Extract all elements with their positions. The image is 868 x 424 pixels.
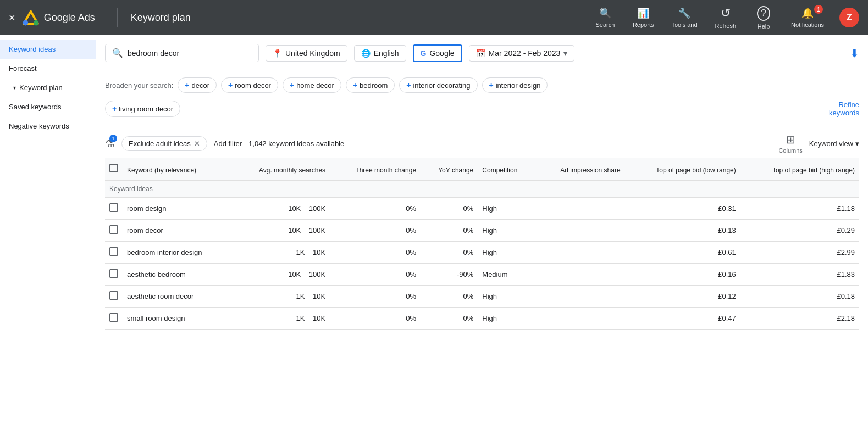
row-top-bid-low: £0.16 xyxy=(625,264,740,286)
tools-nav-button[interactable]: 🔧 Tools and xyxy=(665,4,704,31)
search-nav-button[interactable]: 🔍 Search xyxy=(589,4,622,31)
chip-plus-icon: + xyxy=(185,81,189,90)
refine-keywords-button[interactable]: Refine keywords xyxy=(829,101,859,117)
chip-plus-icon: + xyxy=(112,104,117,113)
columns-button[interactable]: ⊞ Columns xyxy=(778,133,802,154)
top-navigation: × Google Ads Keyword plan 🔍 Search 📊 Rep… xyxy=(0,0,868,35)
row-ad-impression: – xyxy=(535,242,624,264)
main-content: 🔍 📍 United Kingdom 🌐 English G Google 📅 … xyxy=(96,35,868,424)
columns-label: Columns xyxy=(778,147,802,154)
row-checkbox[interactable] xyxy=(109,313,118,322)
chip-home-decor[interactable]: + home decor xyxy=(283,77,341,93)
google-icon: G xyxy=(421,49,427,58)
th-yoy: YoY change xyxy=(421,158,478,180)
notifications-wrapper: 🔔 Notifications 1 xyxy=(784,4,831,31)
language-selector[interactable]: 🌐 English xyxy=(354,45,406,62)
help-nav-icon: ? xyxy=(757,6,770,21)
row-top-bid-low: £0.13 xyxy=(625,220,740,242)
exclude-adult-ideas-chip[interactable]: Exclude adult ideas ✕ xyxy=(121,136,207,151)
broaden-label: Broaden your search: xyxy=(105,81,173,90)
translate-icon: 🌐 xyxy=(361,49,371,58)
select-all-checkbox[interactable] xyxy=(109,164,118,172)
row-three-month: 0% xyxy=(330,198,421,220)
row-yoy: 0% xyxy=(421,220,478,242)
location-selector[interactable]: 📍 United Kingdom xyxy=(266,45,347,62)
columns-icon: ⊞ xyxy=(786,133,795,146)
sidebar-item-forecast[interactable]: Forecast xyxy=(0,59,96,78)
help-nav-button[interactable]: ? Help xyxy=(747,3,780,33)
sidebar-item-saved-keywords[interactable]: Saved keywords xyxy=(0,97,96,116)
row-checkbox-cell xyxy=(105,308,123,330)
keyword-view-button[interactable]: Keyword view ▾ xyxy=(809,140,859,148)
refresh-nav-button[interactable]: ↺ Refresh xyxy=(709,3,743,32)
filter-icon-wrap[interactable]: ⚗ 1 xyxy=(105,137,115,150)
bell-icon: 🔔 xyxy=(801,7,814,19)
chip-decor[interactable]: + decor xyxy=(178,77,217,93)
table-row: room decor 10K – 100K 0% 0% High – £0.13… xyxy=(105,220,859,242)
chip-interior-design[interactable]: + interior design xyxy=(482,77,548,93)
row-checkbox[interactable] xyxy=(109,203,118,212)
reports-nav-label: Reports xyxy=(633,21,654,28)
row-checkbox[interactable] xyxy=(109,225,118,234)
chip-row-2: + living room decor Refine keywords xyxy=(105,101,859,117)
broaden-search-row: Broaden your search: + decor + room deco… xyxy=(105,71,859,124)
nav-actions: 🔍 Search 📊 Reports 🔧 Tools and ↺ Refresh… xyxy=(589,3,859,33)
row-avg-monthly: 1K – 10K xyxy=(232,308,330,330)
chip-interior-decorating[interactable]: + interior decorating xyxy=(399,77,477,93)
date-range-label: Mar 2022 - Feb 2023 xyxy=(489,49,561,58)
main-layout: Keyword ideas Forecast ▾ Keyword plan Sa… xyxy=(0,35,868,424)
engine-label: Google xyxy=(429,49,454,58)
row-checkbox[interactable] xyxy=(109,247,118,256)
search-input[interactable] xyxy=(128,49,248,58)
sidebar-item-negative-keywords[interactable]: Negative keywords xyxy=(0,116,96,136)
row-checkbox[interactable] xyxy=(109,269,118,278)
google-ads-logo xyxy=(22,9,40,26)
row-three-month: 0% xyxy=(330,220,421,242)
sidebar-item-keyword-ideas[interactable]: Keyword ideas xyxy=(0,40,96,59)
tools-nav-label: Tools and xyxy=(671,21,697,28)
row-checkbox-cell xyxy=(105,220,123,242)
th-competition: Competition xyxy=(478,158,535,180)
row-top-bid-high: £0.18 xyxy=(740,286,859,308)
row-keyword: aesthetic room decor xyxy=(123,286,232,308)
table-row: aesthetic room decor 1K – 10K 0% 0% High… xyxy=(105,286,859,308)
row-checkbox-cell xyxy=(105,286,123,308)
table-row: small room design 1K – 10K 0% 0% High – … xyxy=(105,308,859,330)
sidebar-item-label-negative-keywords: Negative keywords xyxy=(9,122,69,130)
chip-living-room-decor[interactable]: + living room decor xyxy=(105,101,180,117)
chip-bedroom[interactable]: + bedroom xyxy=(346,77,395,93)
sidebar-item-label-saved-keywords: Saved keywords xyxy=(9,103,61,111)
row-ad-impression: – xyxy=(535,286,624,308)
reports-nav-icon: 📊 xyxy=(637,7,649,19)
page-title: Keyword plan xyxy=(131,12,584,24)
date-range-selector[interactable]: 📅 Mar 2022 - Feb 2023 ▾ xyxy=(469,45,575,62)
chevron-down-icon: ▾ xyxy=(13,85,16,91)
location-label: United Kingdom xyxy=(285,49,340,58)
row-checkbox-cell xyxy=(105,198,123,220)
chip-room-decor[interactable]: + room decor xyxy=(221,77,278,93)
table-row: aesthetic bedroom 10K – 100K 0% -90% Med… xyxy=(105,264,859,286)
row-three-month: 0% xyxy=(330,308,421,330)
sidebar-item-label-keyword-ideas: Keyword ideas xyxy=(9,45,56,53)
row-checkbox[interactable] xyxy=(109,291,118,300)
row-avg-monthly: 1K – 10K xyxy=(232,286,330,308)
download-button[interactable]: ⬇ xyxy=(850,47,859,60)
row-keyword: small room design xyxy=(123,308,232,330)
row-top-bid-high: £1.18 xyxy=(740,198,859,220)
row-avg-monthly: 1K – 10K xyxy=(232,242,330,264)
add-filter-button[interactable]: Add filter xyxy=(214,140,242,148)
chip-plus-icon: + xyxy=(406,81,411,90)
search-engine-selector[interactable]: G Google xyxy=(413,44,462,62)
close-button[interactable]: × xyxy=(9,12,15,24)
table-header-row: Keyword (by relevance) Avg. monthly sear… xyxy=(105,158,859,180)
reports-nav-button[interactable]: 📊 Reports xyxy=(626,4,661,31)
location-pin-icon: 📍 xyxy=(273,49,282,58)
row-competition: High xyxy=(478,198,535,220)
user-avatar[interactable]: Z xyxy=(839,8,859,27)
search-input-wrap[interactable]: 🔍 xyxy=(105,44,259,62)
search-icon: 🔍 xyxy=(112,48,123,58)
notifications-button[interactable]: 🔔 Notifications xyxy=(784,4,831,31)
close-chip-icon[interactable]: ✕ xyxy=(194,140,200,148)
view-controls: ⊞ Columns Keyword view ▾ xyxy=(778,133,859,154)
sidebar-item-keyword-plan[interactable]: ▾ Keyword plan xyxy=(0,78,96,97)
